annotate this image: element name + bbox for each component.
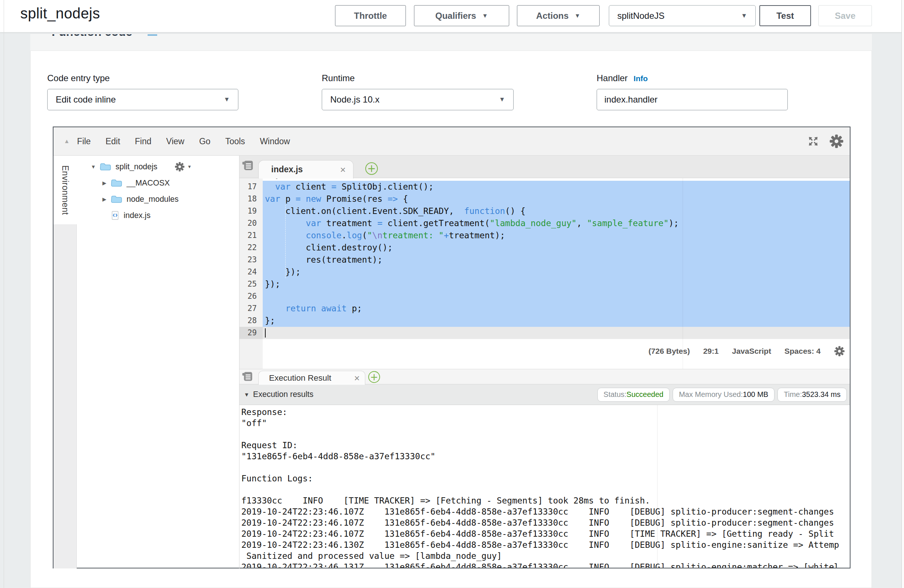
log-line: Function Logs: xyxy=(239,473,850,484)
code-line-29[interactable]: 29 xyxy=(239,327,850,339)
collapse-menu-icon[interactable]: ▲ xyxy=(64,138,70,145)
cursor-position-status[interactable]: 29:1 xyxy=(703,347,719,356)
line-number: 28 xyxy=(239,315,263,327)
page-header: split_nodejs Throttle Qualifiers ▼ Actio… xyxy=(0,0,904,32)
code-text: res(treatment); xyxy=(263,254,850,266)
chevron-collapsed-icon[interactable]: ▶ xyxy=(101,196,108,202)
chevron-down-icon: ▼ xyxy=(741,12,747,19)
handler-label: Handler Info xyxy=(597,73,648,83)
code-text xyxy=(263,290,850,302)
text-cursor xyxy=(265,328,266,338)
line-number: 26 xyxy=(239,290,263,302)
log-line: Response: xyxy=(239,406,850,417)
code-line-28[interactable]: 28}; xyxy=(239,315,850,327)
code-line-21[interactable]: 21 console.log("\ntreatment: "+treatment… xyxy=(239,229,850,242)
line-number: 25 xyxy=(239,278,263,290)
new-tab-plus-icon[interactable]: + xyxy=(368,371,380,383)
code-text: var treatment = client.getTreatment("lam… xyxy=(263,217,850,229)
collapse-results-caret-icon[interactable]: ▼ xyxy=(244,391,250,398)
tree-item-split_nodejs[interactable]: ▼split_nodejs▼ xyxy=(77,159,239,175)
log-line xyxy=(239,484,850,495)
handler-input[interactable] xyxy=(597,89,788,110)
editor-menu-bar: ▲ FileEditFindViewGoToolsWindow xyxy=(54,127,850,156)
code-editor-pane[interactable]: });17 var client = SplitObj.client();18v… xyxy=(239,178,850,369)
code-lines: });17 var client = SplitObj.client();18v… xyxy=(239,178,850,339)
chevron-collapsed-icon[interactable]: ▶ xyxy=(101,180,108,186)
folder-icon xyxy=(111,195,122,204)
execution-log-pane[interactable]: Response:"off"Request ID:"131e865f-6eb4-… xyxy=(239,405,850,568)
tab-index-js-label: index.js xyxy=(271,164,340,174)
code-entry-type-select[interactable]: Edit code inline ▼ xyxy=(47,89,239,110)
menu-find[interactable]: Find xyxy=(135,136,152,147)
menu-window[interactable]: Window xyxy=(260,136,290,147)
menu-view[interactable]: View xyxy=(166,136,184,147)
new-tab-plus-icon[interactable]: + xyxy=(365,162,378,175)
line-number: 17 xyxy=(239,181,263,193)
runtime-select[interactable]: Node.js 10.x ▼ xyxy=(322,89,514,110)
code-line-26[interactable]: 26 xyxy=(239,290,850,302)
log-line xyxy=(239,462,850,473)
throttle-button-label: Throttle xyxy=(354,11,387,21)
code-line-17[interactable]: 17 var client = SplitObj.client(); xyxy=(239,181,850,193)
menu-file[interactable]: File xyxy=(77,136,91,147)
fullscreen-expand-icon[interactable] xyxy=(807,135,820,147)
tree-item-__MACOSX[interactable]: ▶__MACOSX xyxy=(77,175,239,191)
line-number: 27 xyxy=(239,302,263,315)
test-button[interactable]: Test xyxy=(759,5,811,26)
log-line: 2019-10-24T22:23:46.130Z 131e865f-6eb4-4… xyxy=(239,539,850,550)
throttle-button[interactable]: Throttle xyxy=(335,5,406,26)
code-line-24[interactable]: 24 }); xyxy=(239,266,850,278)
close-icon[interactable]: × xyxy=(354,373,360,383)
close-icon[interactable]: × xyxy=(340,165,346,174)
page-left-edge-divider xyxy=(4,0,4,588)
folder-icon xyxy=(111,179,122,187)
chevron-down-icon: ▼ xyxy=(482,13,488,19)
log-line: "off" xyxy=(239,417,850,428)
code-line-18[interactable]: 18var p = new Promise(res => { xyxy=(239,193,850,205)
code-entry-type-value: Edit code inline xyxy=(56,95,116,105)
print-margin-ruler xyxy=(683,178,683,369)
tab-list-icon[interactable] xyxy=(242,159,254,173)
tree-editor-divider[interactable] xyxy=(239,156,239,569)
menu-tools[interactable]: Tools xyxy=(225,136,245,147)
code-line-20[interactable]: 20 var treatment = client.getTreatment("… xyxy=(239,217,850,229)
handler-info-link[interactable]: Info xyxy=(634,74,648,83)
code-text xyxy=(263,327,850,339)
code-line-25[interactable]: 25}); xyxy=(239,278,850,290)
test-event-select[interactable]: splitNodeJS ▼ xyxy=(609,5,755,26)
chevron-down-icon: ▼ xyxy=(224,96,230,103)
indent-setting-status[interactable]: Spaces: 4 xyxy=(784,347,820,356)
chevron-down-icon: ▼ xyxy=(575,13,580,19)
log-line: 2019-10-24T22:23:46.107Z 131e865f-6eb4-4… xyxy=(239,528,850,539)
code-line-22[interactable]: 22 client.destroy(); xyxy=(239,242,850,254)
code-line-23[interactable]: 23 res(treatment); xyxy=(239,254,850,266)
page-scrollbar[interactable] xyxy=(901,0,904,588)
qualifiers-button[interactable]: Qualifiers ▼ xyxy=(414,5,509,26)
chevron-expanded-icon[interactable]: ▼ xyxy=(90,164,97,170)
line-number xyxy=(239,178,263,181)
tab-index-js[interactable]: index.js × xyxy=(258,160,354,179)
menu-go[interactable]: Go xyxy=(199,136,211,147)
status-bar-gear-icon[interactable] xyxy=(834,346,845,357)
status-badge: Max Memory Used: 100 MB xyxy=(673,388,774,402)
editor-settings-gear-icon[interactable] xyxy=(829,134,844,149)
save-button-disabled[interactable]: Save xyxy=(819,5,872,26)
runtime-value: Node.js 10.x xyxy=(330,95,379,105)
language-mode-status[interactable]: JavaScript xyxy=(732,347,771,356)
clipped-info-link-remnant xyxy=(148,34,157,36)
code-line-27[interactable]: 27 return await p; xyxy=(239,302,850,315)
actions-button[interactable]: Actions ▼ xyxy=(517,5,600,26)
code-line-19[interactable]: 19 client.on(client.Event.SDK_READY, fun… xyxy=(239,205,850,217)
line-number: 24 xyxy=(239,266,263,278)
tree-item-index.js[interactable]: index.js xyxy=(77,207,239,224)
code-line-16[interactable]: }); xyxy=(239,178,850,181)
tree-item-label: __MACOSX xyxy=(126,179,170,188)
execution-results-title: Execution results xyxy=(253,390,314,399)
tab-list-icon[interactable] xyxy=(242,370,253,384)
tab-execution-result[interactable]: Execution Result × xyxy=(258,371,365,385)
tree-settings-gear-icon[interactable]: ▼ xyxy=(174,161,192,172)
menu-edit[interactable]: Edit xyxy=(106,136,120,147)
environment-tab[interactable]: Environment xyxy=(54,156,77,224)
file-size-status: (726 Bytes) xyxy=(649,347,690,356)
tree-item-node_modules[interactable]: ▶node_modules xyxy=(77,191,239,207)
